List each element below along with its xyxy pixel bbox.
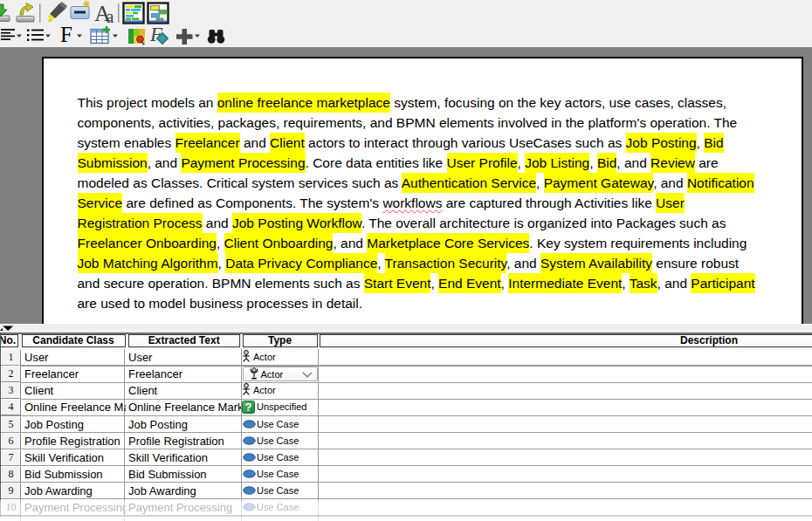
svg-text:?: ? <box>245 401 252 414</box>
svg-text:a: a <box>107 7 114 26</box>
svg-text:F: F <box>60 23 72 46</box>
